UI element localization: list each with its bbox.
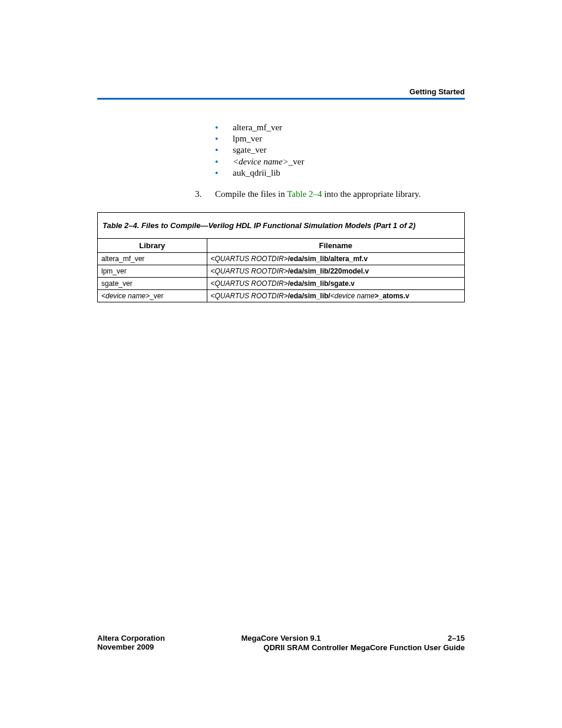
lib-suffix: _ver [150, 292, 163, 300]
cell-library: sgate_ver [98, 277, 207, 289]
table-row: altera_mf_ver <QUARTUS ROOTDIR>/eda/sim_… [98, 252, 464, 265]
cell-filename: <QUARTUS ROOTDIR>/eda/sim_lib/<device na… [207, 289, 464, 302]
table-row: <device name>_ver <QUARTUS ROOTDIR>/eda/… [98, 289, 464, 302]
footer-date: November 2009 [97, 643, 154, 651]
list-item-italic: <device name> [233, 157, 289, 166]
step-text-before: Compile the files in [215, 189, 287, 199]
step-text-after: into the appropriate library. [322, 189, 421, 199]
cell-library: lpm_ver [98, 265, 207, 277]
library-list: altera_mf_ver lpm_ver sgate_ver <device … [215, 122, 465, 179]
cell-filename: <QUARTUS ROOTDIR>/eda/sim_lib/220model.v [207, 265, 464, 277]
list-item: lpm_ver [215, 133, 465, 144]
list-item: sgate_ver [215, 144, 465, 156]
list-item-text: altera_mf_ver [233, 123, 282, 132]
footer-version: MegaCore Version 9.1 [241, 634, 320, 643]
step-number: 3. [195, 189, 215, 199]
footer-page-number: 2–15 [448, 634, 465, 643]
list-item-suffix: _ver [289, 157, 305, 166]
cell-library: altera_mf_ver [98, 252, 207, 265]
list-item: <device name>_ver [215, 156, 465, 167]
table-link[interactable]: Table 2–4 [287, 189, 322, 199]
cell-library: <device name>_ver [98, 289, 207, 302]
cell-filename: <QUARTUS ROOTDIR>/eda/sim_lib/sgate.v [207, 277, 464, 289]
list-item-text: lpm_ver [233, 134, 262, 143]
footer-guide-title: QDRII SRAM Controller MegaCore Function … [263, 643, 465, 652]
lib-italic: <device name> [101, 292, 150, 300]
table-caption: Table 2–4. Files to Compile—Verilog HDL … [98, 213, 464, 239]
cell-filename: <QUARTUS ROOTDIR>/eda/sim_lib/altera_mf.… [207, 252, 464, 265]
list-item: altera_mf_ver [215, 122, 465, 133]
table-row: sgate_ver <QUARTUS ROOTDIR>/eda/sim_lib/… [98, 277, 464, 289]
list-item: auk_qdrii_lib [215, 167, 465, 179]
list-item-text: auk_qdrii_lib [233, 168, 280, 177]
files-table: Library Filename altera_mf_ver <QUARTUS … [98, 239, 464, 302]
page-footer: Altera Corporation MegaCore Version 9.1 … [97, 634, 465, 651]
step-3: 3. Compile the files in Table 2–4 into t… [195, 189, 465, 199]
th-filename: Filename [207, 239, 464, 253]
header-section: Getting Started [409, 87, 465, 96]
th-library: Library [98, 239, 207, 253]
table-2-4: Table 2–4. Files to Compile—Verilog HDL … [97, 212, 465, 302]
step-text: Compile the files in Table 2–4 into the … [215, 189, 421, 199]
table-row: lpm_ver <QUARTUS ROOTDIR>/eda/sim_lib/22… [98, 265, 464, 277]
list-item-text: sgate_ver [233, 145, 266, 154]
table-header-row: Library Filename [98, 239, 464, 253]
header-divider [97, 98, 465, 100]
footer-corporation: Altera Corporation [97, 634, 165, 643]
